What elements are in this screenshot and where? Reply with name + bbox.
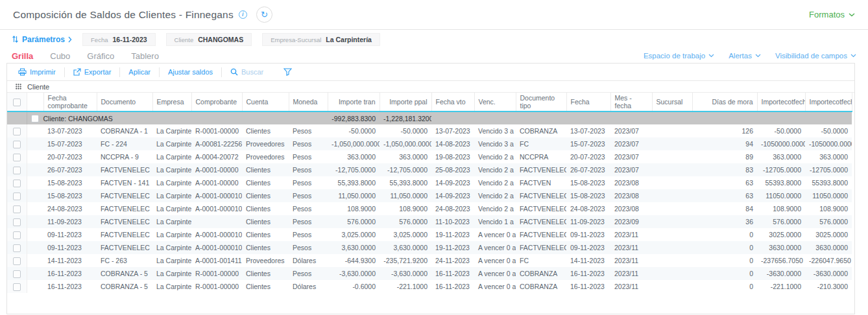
link-label: Visibilidad de campos [775,52,847,60]
drag-handle-icon[interactable] [16,84,21,89]
filter-button[interactable] [272,67,300,77]
formatos-dropdown[interactable]: Formatos [809,10,855,19]
column-header-sucursal[interactable]: Sucursal [652,93,692,111]
cell-dias_de_mora: 0 [692,267,757,280]
cell-documento_tipo: FACTVENELEC [516,189,566,202]
cell-importe_ppal: -3,630.0000 [380,267,431,280]
print-button[interactable]: Imprimir [10,67,64,77]
param-value: La Carpintería [326,36,372,43]
column-header-empresa[interactable]: Empresa [152,93,191,111]
column-header-importe_ppal[interactable]: Importe ppal [380,93,431,111]
grid-toolbar: Imprimir Exportar Aplicar Ajustar saldos… [7,64,854,81]
param-chip-fecha[interactable]: Fecha 16-11-2023 [82,33,156,46]
table-row[interactable]: 09-11-2023FACTVENELECLa CarpinteríaA-000… [7,241,852,254]
cell-mes_fecha: 2023/07 [610,163,652,176]
cell-empresa: La Carpintería [152,150,191,163]
select-all-checkbox[interactable] [13,99,21,106]
row-checkbox[interactable] [13,192,21,200]
cell-dias_de_mora: 94 [692,137,757,150]
spacer-cell [27,267,43,280]
param-chip-empresa-sucursal[interactable]: Empresa-Sucursal La Carpintería [262,33,380,46]
cell-moneda: Dólares [289,254,328,267]
cell-comprobante: A-0001-001411 [191,254,242,267]
param-label: Fecha [91,36,108,43]
spacer-cell [27,280,43,293]
table-row[interactable]: 24-08-2023FACTVENELECLa CarpinteríaA-000… [7,202,852,215]
info-icon[interactable]: i [239,10,247,19]
espacio-de-trabajo-dropdown[interactable]: Espacio de trabajo [644,52,714,60]
table-row[interactable]: 09-11-2023FACTVENELECLa CarpinteríaA-000… [7,228,852,241]
cell-importecotfecha_ppal: -3630.0000 [805,267,852,280]
cell-mes_fecha: 2023/11 [610,254,652,267]
table-row[interactable]: 11-09-2023FACTVENELECLa CarpinteríaClien… [7,215,852,228]
cell-mes_fecha: 2023/11 [610,267,652,280]
column-header-mes_fecha[interactable]: Mes - fecha [610,93,652,111]
cell-importecotfecha_tran: -237656.7050 [757,254,805,267]
chevron-down-icon [850,54,856,58]
cell-documento_tipo: FC [516,137,566,150]
table-row[interactable]: 16-11-2023COBRANZA - 5La CarpinteríaR-00… [7,267,852,280]
tab-cubo[interactable]: Cubo [50,51,70,61]
column-header-dias_de_mora[interactable]: Días de mora [692,93,757,111]
cell-fecha_comprobante: 16-11-2023 [43,280,97,293]
row-checkbox[interactable] [13,141,21,148]
cell-importecotfecha_ppal: 11050.0000 [805,189,852,202]
table-row[interactable]: 26-07-2023FACTVENELECLa CarpinteríaA-000… [7,163,852,176]
cell-mes_fecha: 2023/11 [610,228,652,241]
column-header-documento[interactable]: Documento [97,93,152,111]
cell-fecha: 15-07-2023 [566,137,610,150]
row-checkbox[interactable] [13,180,21,187]
chevron-down-icon [755,54,761,58]
column-header-cuenta[interactable]: Cuenta [242,93,289,111]
export-button[interactable]: Exportar [64,67,120,77]
column-header-venc[interactable]: Venc. [474,93,516,111]
column-header-documento_tipo[interactable]: Documento tipo [516,93,566,111]
alertas-dropdown[interactable]: Alertas [729,52,761,60]
column-header-importecotfecha_ppal[interactable]: Importecotfecha [805,93,852,111]
row-checkbox[interactable] [13,231,21,239]
row-checkbox[interactable] [13,205,21,213]
group-row[interactable]: Cliente: CHANGOMAS-992,883.8300-1,228,18… [7,111,852,124]
table-row[interactable]: 13-07-2023COBRANZA - 1La CarpinteríaR-00… [7,124,852,137]
parameters-button[interactable]: Parámetros [12,35,72,44]
cell-venc: Vencido 2 a 3 meses [474,150,516,163]
row-checkbox[interactable] [13,257,21,265]
table-row[interactable]: 15-08-2023FACTVENELECLa CarpinteríaA-000… [7,189,852,202]
column-header-comprobante[interactable]: Comprobante [191,93,242,111]
tab-grilla[interactable]: Grilla [12,51,33,61]
table-row[interactable]: 14-11-2023FC - 263La CarpinteríaA-0001-0… [7,254,852,267]
tab-grafico[interactable]: Gráfico [87,51,114,61]
table-row[interactable]: 20-07-2023NCCPRA - 9La CarpinteríaA-0004… [7,150,852,163]
cell-moneda: Pesos [289,137,328,150]
column-header-importecotfecha_tran[interactable]: Importecotfecha [757,93,805,111]
column-header-moneda[interactable]: Moneda [289,93,328,111]
param-chip-cliente[interactable]: Cliente CHANGOMAS [166,33,252,46]
table-row[interactable]: 15-08-2023FACTVEN - 141La CarpinteríaA-0… [7,176,852,189]
row-checkbox[interactable] [13,244,21,252]
refresh-button[interactable]: ↻ [256,6,272,23]
grouping-bar: Cliente [7,81,854,93]
adjust-balances-button[interactable]: Ajustar saldos [159,67,221,77]
cell-empresa: La Carpintería [152,163,191,176]
apply-button[interactable]: Aplicar [119,67,159,77]
table-row[interactable]: 15-07-2023FC - 224La CarpinteríaA-00081-… [7,137,852,150]
row-checkbox[interactable] [13,128,21,135]
parameters-bar: Parámetros Fecha 16-11-2023 Cliente CHAN… [0,30,868,49]
cell-importecotfecha_tran: -50.0000 [757,124,805,137]
table-row[interactable]: 16-11-2023COBRANZA - 5La CarpinteríaR-00… [7,280,852,293]
search-button[interactable]: Buscar [221,67,272,77]
row-checkbox[interactable] [13,270,21,278]
cell-sucursal [652,137,692,150]
row-checkbox[interactable] [13,283,21,291]
row-checkbox[interactable] [13,218,21,226]
tab-tablero[interactable]: Tablero [131,51,159,61]
cell-cuenta: Clientes [242,202,289,215]
visibilidad-de-campos-dropdown[interactable]: Visibilidad de campos [775,52,856,60]
column-header-importe_tran[interactable]: Importe tran [328,93,380,111]
group-checkbox[interactable] [31,115,39,122]
column-header-fecha_comprobante[interactable]: Fecha comprobante [43,93,97,111]
column-header-fecha[interactable]: Fecha [566,93,610,111]
column-header-fecha_vto[interactable]: Fecha vto [431,93,474,111]
row-checkbox[interactable] [13,167,21,174]
row-checkbox[interactable] [13,154,21,161]
